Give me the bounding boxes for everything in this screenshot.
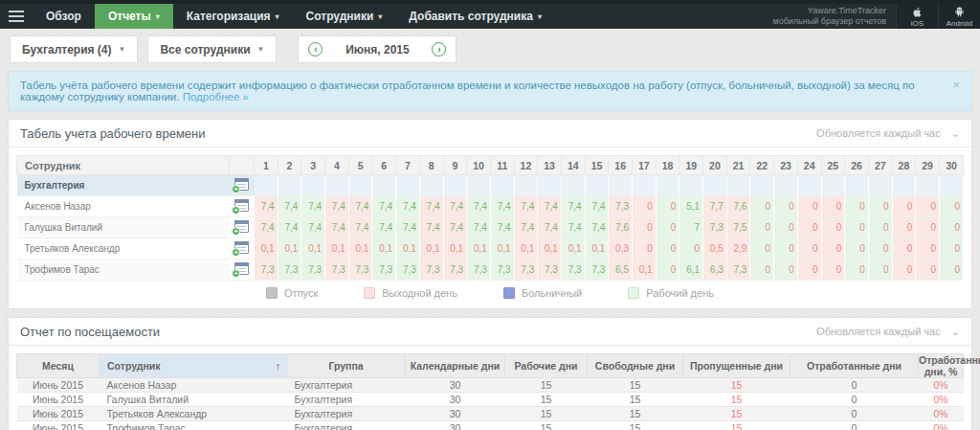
day-column-header: 15 xyxy=(585,156,609,175)
add-schedule-calendar-icon[interactable]: + xyxy=(234,199,249,212)
nav-item-categorization[interactable]: Категоризация▾ xyxy=(173,4,293,29)
day-value: 0,3 xyxy=(615,243,629,254)
day-value: 0 xyxy=(789,201,794,212)
day-value: 0 xyxy=(813,243,818,254)
nav-item-label: Категоризация xyxy=(187,10,271,23)
day-value: 7,3 xyxy=(568,264,582,275)
day-cell: 7,4 xyxy=(467,196,491,217)
nav-item-overview[interactable]: Обзор xyxy=(33,4,95,29)
day-value: 7 xyxy=(695,222,701,233)
attendance-cell: 0% xyxy=(919,407,964,421)
day-cell: 0 xyxy=(679,238,703,260)
day-column-header: 11 xyxy=(490,156,514,175)
menu-icon[interactable] xyxy=(0,4,33,29)
day-cell: 0 xyxy=(797,196,821,217)
attendance-column-header[interactable]: Отработанные дни, % xyxy=(919,354,964,378)
day-value: 7,3 xyxy=(427,264,440,275)
attendance-column-header[interactable]: Свободные дни xyxy=(588,354,683,378)
day-value: 0,1 xyxy=(591,243,605,254)
attendance-column-header[interactable]: Месяц xyxy=(17,354,100,378)
day-cell xyxy=(797,175,821,196)
day-cell: 0,1 xyxy=(561,238,585,260)
more-link[interactable]: Подробнее » xyxy=(183,91,249,102)
day-cell: 7,4 xyxy=(348,196,372,217)
employee-select[interactable]: Все сотрудники ▼ xyxy=(147,35,277,63)
table-row: Июнь 2015Третьяков АлександрБухгалтерия3… xyxy=(17,407,964,421)
day-value: 7,3 xyxy=(284,264,298,275)
attendance-cell: Галушка Виталий xyxy=(100,393,287,407)
day-cell: 7,4 xyxy=(419,217,443,238)
day-cell xyxy=(538,175,562,196)
day-value: 7,3 xyxy=(356,264,369,275)
day-cell xyxy=(726,175,750,196)
day-cell: 0 xyxy=(916,260,940,281)
employee-name: Трофимов Тарас xyxy=(17,260,230,281)
day-cell: 0 xyxy=(939,196,963,217)
day-cell xyxy=(255,175,278,196)
day-cell: 0 xyxy=(821,196,845,217)
day-value: 0 xyxy=(671,201,677,212)
day-value: 6,5 xyxy=(615,264,629,275)
day-cell xyxy=(679,175,703,196)
day-cell: 7,4 xyxy=(490,217,514,238)
day-cell: 0 xyxy=(845,238,869,260)
chevron-down-icon: ▼ xyxy=(257,45,265,54)
close-icon[interactable]: × xyxy=(952,79,960,91)
day-cell: 0,3 xyxy=(609,238,633,260)
day-column-header: 28 xyxy=(892,156,916,175)
day-column-header: 13 xyxy=(538,156,562,175)
attendance-column-header[interactable]: Пропущенные дни xyxy=(683,354,791,378)
sort-ascending-icon: ↑ xyxy=(276,360,280,372)
day-column-header: 30 xyxy=(939,156,963,175)
attendance-column-header[interactable]: Отработанные дни xyxy=(791,354,919,378)
legend-swatch-sick xyxy=(503,287,515,299)
day-value: 0 xyxy=(671,243,677,254)
attendance-column-header[interactable]: Сотрудник↑ xyxy=(100,354,287,378)
day-value: 0 xyxy=(836,201,842,212)
legend-item-sick: Больничный xyxy=(503,287,582,299)
android-app-button[interactable]: Android xyxy=(938,4,980,29)
day-value: 0 xyxy=(813,264,818,275)
day-value: 7,6 xyxy=(615,222,629,233)
day-value: 0 xyxy=(859,243,865,254)
day-value: 0,1 xyxy=(474,243,487,254)
main-nav: ОбзорОтчеты▾Категоризация▾Сотрудники▾Доб… xyxy=(33,4,555,29)
day-column-header: 12 xyxy=(514,156,538,175)
timesheet-legend: ОтпускВыходной деньБольничныйРабочий ден… xyxy=(16,281,964,301)
prev-month-button[interactable]: ‹ xyxy=(308,42,323,57)
day-value: 0,1 xyxy=(308,243,322,254)
add-schedule-calendar-icon[interactable]: + xyxy=(234,262,249,275)
day-value: 7,3 xyxy=(450,264,463,275)
day-value: 7,4 xyxy=(403,222,416,233)
day-column-header: 18 xyxy=(656,156,679,175)
day-cell: 7,3 xyxy=(348,260,372,281)
attendance-column-header[interactable]: Группа xyxy=(287,354,406,378)
day-value: 7,4 xyxy=(284,222,298,233)
add-schedule-calendar-icon[interactable]: + xyxy=(234,178,249,191)
day-cell: 7,3 xyxy=(301,260,325,281)
day-value: 0 xyxy=(859,264,865,275)
ios-app-button[interactable]: iOS xyxy=(896,4,938,29)
next-month-button[interactable]: › xyxy=(432,42,446,57)
attendance-refresh-toggle[interactable]: Обновляется каждый час ⌄ xyxy=(816,326,960,338)
add-schedule-calendar-icon[interactable]: + xyxy=(234,220,249,233)
day-cell: 0 xyxy=(916,196,940,217)
timesheet-refresh-toggle[interactable]: Обновляется каждый час ⌄ xyxy=(816,127,960,140)
attendance-panel: Отчет по посещаемости Обновляется каждый… xyxy=(8,317,972,430)
day-value: 2,9 xyxy=(734,243,747,254)
group-select[interactable]: Бухгалтерия (4) ▼ xyxy=(10,35,138,63)
day-cell: 0,1 xyxy=(325,238,349,260)
day-value: 7,4 xyxy=(427,201,440,212)
day-value: 0 xyxy=(954,264,960,275)
day-column-header: 2 xyxy=(278,156,301,175)
nav-item-employees[interactable]: Сотрудники▾ xyxy=(293,4,396,29)
table-row: Галушка Виталий+7,47,47,47,47,47,47,47,4… xyxy=(17,217,964,238)
day-value: 7,7 xyxy=(710,201,724,212)
nav-item-add-employee[interactable]: Добавить сотрудника▾ xyxy=(395,4,555,29)
add-schedule-calendar-icon[interactable]: + xyxy=(234,241,249,254)
day-cell: 7,4 xyxy=(514,217,538,238)
nav-item-reports[interactable]: Отчеты▾ xyxy=(95,4,173,29)
day-cell: 7,3 xyxy=(609,196,633,217)
attendance-column-header[interactable]: Рабочие дни xyxy=(505,354,588,378)
attendance-column-header[interactable]: Календарные дни xyxy=(406,354,505,378)
